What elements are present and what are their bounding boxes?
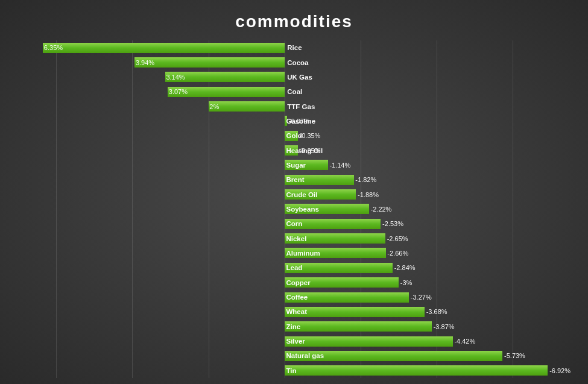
bar [285, 336, 453, 347]
bar [285, 321, 432, 332]
chart-row: Lead-2.84% [18, 262, 570, 274]
chart-area: Rice6.35%Cocoa3.94%UK Gas3.14%Coal3.07%T… [18, 40, 570, 378]
chart-row: Zinc-3.87% [18, 321, 570, 332]
bar-label: Corn [286, 220, 302, 227]
bar-value: -1.14% [329, 162, 350, 169]
bar-value: -6.92% [549, 367, 571, 374]
chart-row: TTF Gas2% [18, 101, 570, 112]
bar-label: Tin [286, 367, 296, 374]
chart-title: commodities [18, 12, 570, 31]
chart-row: Copper-3% [18, 277, 570, 288]
chart-row: Coffee-3.27% [18, 292, 570, 303]
chart-row: Wheat-3.68% [18, 306, 570, 318]
bar [134, 57, 285, 68]
bar-label: Silver [286, 338, 305, 345]
bar-value: 3.14% [166, 74, 185, 81]
bar-value: -2.66% [387, 250, 408, 257]
chart-row: Tin-6.92% [18, 365, 570, 376]
bar-value: -2.65% [387, 235, 408, 242]
bar-label: Brent [286, 176, 304, 183]
chart-row: Rice6.35% [18, 42, 570, 54]
bar-value: -2.53% [382, 220, 403, 227]
bar-label: Nickel [286, 235, 306, 242]
chart-row: Soybeans-2.22% [18, 203, 570, 215]
bar-label: Coal [287, 88, 302, 95]
bar-value: 3.07% [169, 88, 188, 95]
bar-label: Aluminum [286, 250, 320, 257]
chart-row: Nickel-2.65% [18, 233, 570, 244]
bar-value: -0.35% [300, 132, 321, 139]
chart-row: Crude Oil-1.88% [18, 189, 570, 200]
chart-row: Silver-4.42% [18, 336, 570, 347]
bar-label: Natural gas [286, 352, 324, 359]
bar-value: -3.68% [426, 308, 447, 315]
bar-label: Zinc [286, 323, 300, 330]
bar-label: Coffee [286, 294, 308, 301]
chart-row: Coal3.07% [18, 86, 570, 98]
chart-row: Corn-2.53% [18, 218, 570, 230]
chart-row: Gasoline-0.07% [18, 115, 570, 127]
bar [43, 43, 285, 53]
bar [209, 101, 285, 112]
chart-row: Aluminum-2.66% [18, 247, 570, 259]
chart-row: Brent-1.82% [18, 174, 570, 186]
bar-value: -3% [400, 279, 413, 286]
bar-label: Cocoa [287, 59, 308, 66]
bar-label: Copper [286, 279, 310, 286]
bar-value: -2.84% [394, 264, 416, 271]
chart-row: Gold-0.35% [18, 130, 570, 142]
bar-value: -5.73% [504, 352, 525, 359]
bar-label: Wheat [286, 308, 307, 315]
chart-row: Natural gas-5.73% [18, 350, 570, 362]
bar-label: Sugar [286, 162, 306, 169]
bar [285, 365, 548, 376]
bar-label: Lead [286, 264, 302, 271]
bar-value: -4.42% [454, 338, 475, 345]
bar-value: 6.35% [44, 44, 63, 51]
bar-value: -0.35% [300, 147, 321, 154]
bar-value: -1.88% [358, 191, 379, 198]
chart-row: Heating Oil-0.35% [18, 145, 570, 156]
bar-label: UK Gas [287, 74, 312, 81]
bar-label: TTF Gas [287, 103, 315, 110]
chart-container: commodities Rice6.35%Cocoa3.94%UK Gas3.1… [0, 0, 588, 384]
bar-value: -3.87% [434, 323, 455, 330]
bar-value: -0.07% [289, 118, 310, 125]
bar-label: Rice [287, 44, 302, 51]
bar-label: Soybeans [286, 206, 318, 213]
bar-value: 2% [209, 103, 219, 110]
bar-value: 3.94% [136, 59, 154, 66]
chart-row: Cocoa3.94% [18, 57, 570, 68]
bar-value: -1.82% [355, 176, 376, 183]
chart-row: Sugar-1.14% [18, 159, 570, 171]
chart-row: UK Gas3.14% [18, 71, 570, 83]
bar-label: Crude Oil [286, 191, 317, 198]
bar-value: -2.22% [371, 206, 392, 213]
bar-value: -3.27% [411, 294, 432, 301]
